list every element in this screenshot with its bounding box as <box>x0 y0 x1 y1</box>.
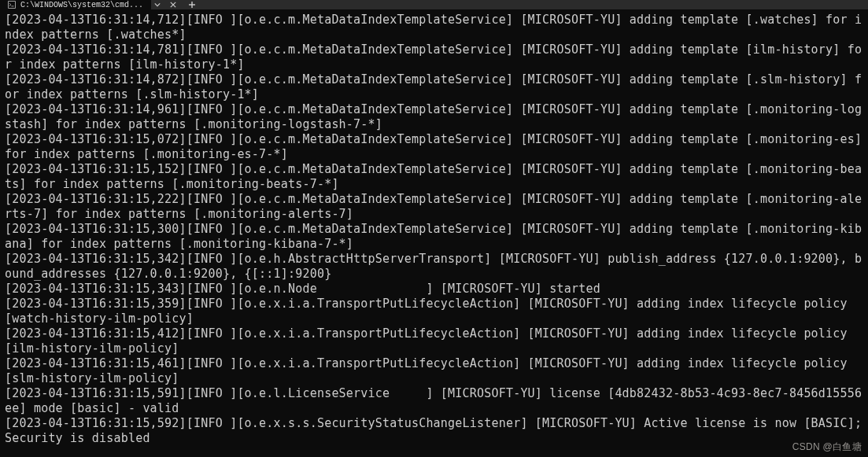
tab-close-button[interactable] <box>167 0 179 9</box>
tab-title: C:\WINDOWS\system32\cmd... <box>20 1 143 9</box>
cmd-icon <box>8 1 16 9</box>
tab-bar: C:\WINDOWS\system32\cmd... <box>0 0 868 9</box>
terminal-output[interactable]: [2023-04-13T16:31:14,712][INFO ][o.e.c.m… <box>0 9 868 449</box>
watermark: CSDN @白鱼塘 <box>792 440 862 454</box>
tab-dropdown-button[interactable] <box>151 0 164 9</box>
new-tab-button[interactable] <box>186 0 198 9</box>
svg-rect-0 <box>9 2 16 9</box>
terminal-tab[interactable]: C:\WINDOWS\system32\cmd... <box>0 0 151 9</box>
